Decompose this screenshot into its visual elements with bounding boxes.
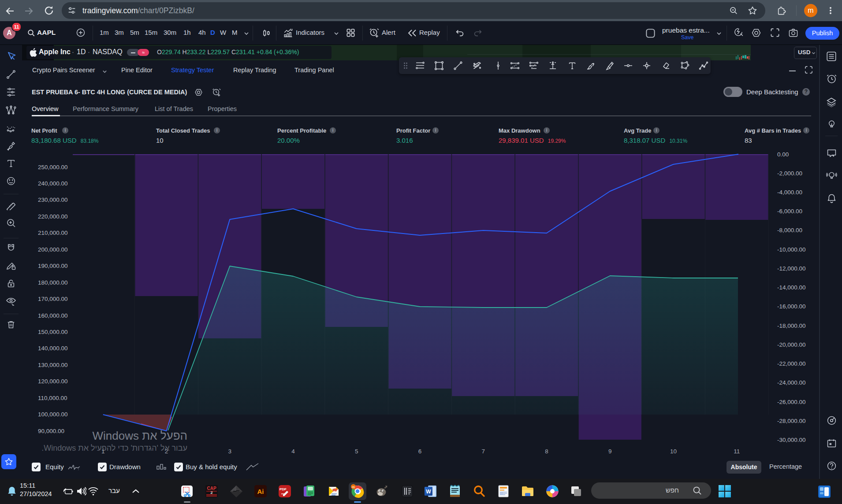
svg-text:-18,000.00: -18,000.00 bbox=[777, 322, 806, 329]
svg-text:Ai: Ai bbox=[257, 488, 264, 495]
svg-text:140,000.00: 140,000.00 bbox=[38, 345, 68, 352]
svg-text:8: 8 bbox=[545, 448, 548, 455]
svg-text:150,000.00: 150,000.00 bbox=[38, 329, 68, 335]
svg-text:-12,000.00: -12,000.00 bbox=[777, 265, 806, 272]
svg-text:m: m bbox=[352, 485, 355, 489]
svg-text:120,000.00: 120,000.00 bbox=[38, 378, 68, 385]
svg-text:220,000.00: 220,000.00 bbox=[38, 213, 68, 220]
svg-text:90,000.00: 90,000.00 bbox=[38, 428, 64, 434]
svg-text:W: W bbox=[426, 489, 431, 495]
svg-text:170,000.00: 170,000.00 bbox=[38, 296, 68, 302]
svg-text:-2,000.00: -2,000.00 bbox=[777, 170, 802, 177]
svg-text:-8,000.00: -8,000.00 bbox=[777, 227, 802, 233]
svg-text:210,000.00: 210,000.00 bbox=[38, 230, 68, 236]
svg-text:6: 6 bbox=[418, 448, 422, 455]
svg-text:-10,000.00: -10,000.00 bbox=[777, 246, 806, 253]
svg-text:160,000.00: 160,000.00 bbox=[38, 312, 68, 319]
svg-text:230,000.00: 230,000.00 bbox=[38, 196, 68, 203]
svg-text:-20,000.00: -20,000.00 bbox=[777, 341, 806, 348]
svg-text:-30,000.00: -30,000.00 bbox=[777, 437, 806, 443]
svg-text:-28,000.00: -28,000.00 bbox=[777, 418, 806, 424]
svg-text:9: 9 bbox=[608, 448, 612, 455]
svg-text:-4,000.00: -4,000.00 bbox=[777, 189, 802, 196]
svg-text:190,000.00: 190,000.00 bbox=[38, 263, 68, 269]
svg-text:-6,000.00: -6,000.00 bbox=[777, 208, 802, 215]
svg-text:130,000.00: 130,000.00 bbox=[38, 362, 68, 368]
svg-text:-14,000.00: -14,000.00 bbox=[777, 284, 806, 291]
svg-text:-24,000.00: -24,000.00 bbox=[777, 379, 806, 386]
svg-text:3: 3 bbox=[228, 448, 232, 455]
svg-text:200,000.00: 200,000.00 bbox=[38, 246, 68, 253]
svg-text:-22,000.00: -22,000.00 bbox=[777, 360, 806, 367]
svg-text:0.00: 0.00 bbox=[777, 151, 789, 158]
svg-text:7: 7 bbox=[482, 448, 485, 455]
svg-text:180,000.00: 180,000.00 bbox=[38, 279, 68, 286]
svg-text:-16,000.00: -16,000.00 bbox=[777, 303, 806, 310]
svg-text:10: 10 bbox=[670, 448, 677, 455]
svg-text:240,000.00: 240,000.00 bbox=[38, 180, 68, 187]
svg-text:5: 5 bbox=[355, 448, 358, 455]
svg-text:110,000.00: 110,000.00 bbox=[38, 395, 67, 401]
svg-text:250,000.00: 250,000.00 bbox=[38, 164, 68, 170]
svg-text:4: 4 bbox=[291, 448, 295, 455]
svg-text:-26,000.00: -26,000.00 bbox=[777, 399, 806, 405]
svg-text:11: 11 bbox=[734, 448, 740, 455]
svg-text:PDF: PDF bbox=[279, 487, 287, 491]
svg-text:100,000.00: 100,000.00 bbox=[38, 411, 68, 418]
